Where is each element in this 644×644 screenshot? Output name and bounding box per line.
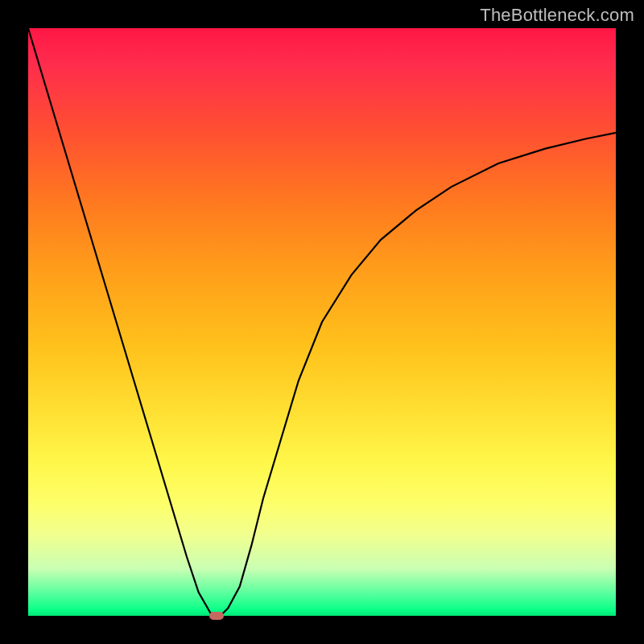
watermark-text: TheBottleneck.com <box>480 5 634 26</box>
min-marker <box>209 612 224 620</box>
curve-line <box>28 28 616 616</box>
plot-area <box>28 28 616 616</box>
chart-container: TheBottleneck.com <box>0 0 644 644</box>
